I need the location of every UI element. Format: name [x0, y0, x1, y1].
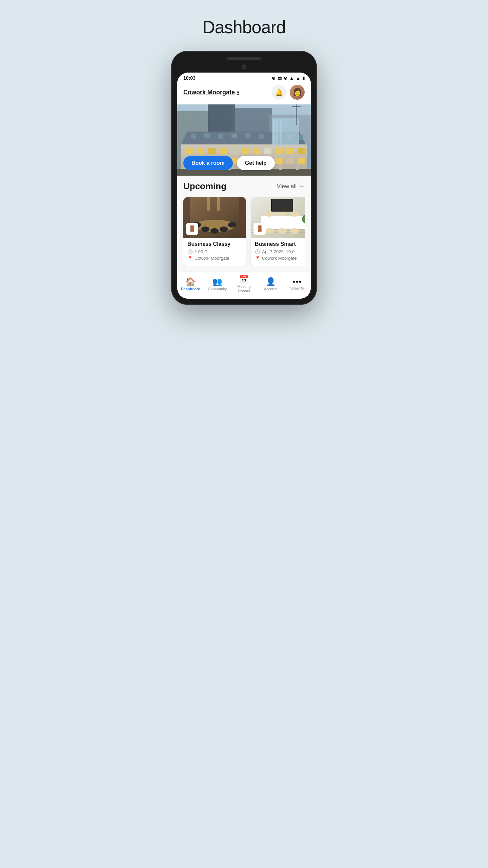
location-selector[interactable]: Cowork Moorgate ▾: [183, 89, 239, 96]
account-icon: 👤: [266, 278, 276, 286]
svg-rect-34: [259, 134, 264, 139]
more-icon: •••: [293, 278, 302, 285]
nav-dashboard-label: Dashboard: [181, 287, 200, 291]
card-2-body: Business Smart 🕐 Apr 7 2023, 10:0... 📍 C…: [251, 238, 305, 266]
card-1-location-text: Cowork Moorgate: [195, 256, 229, 261]
page-title: Dashboard: [202, 17, 285, 37]
svg-rect-44: [279, 164, 282, 170]
view-all-button[interactable]: View all →: [277, 183, 305, 190]
upcoming-title: Upcoming: [183, 181, 226, 192]
status-bar: 10:03 ⊕ ▤ ⊘ ▲ ▲ ▮: [177, 73, 311, 82]
svg-rect-32: [231, 134, 237, 138]
svg-rect-27: [286, 158, 294, 164]
card-1-time-text: 1:00 P...: [195, 249, 210, 254]
svg-rect-9: [208, 148, 216, 154]
avatar[interactable]: 👩: [290, 85, 305, 100]
card-1-time: 🕐 1:00 P...: [187, 249, 242, 254]
card-2-name: Business Smart: [255, 241, 305, 247]
booking-cards-row: 🚪 Business Classy 🕐 1:00 P... 📍 Cowork M…: [183, 197, 305, 266]
home-icon: 🏠: [185, 278, 196, 286]
svg-point-57: [201, 226, 209, 232]
bell-icon: 🔔: [275, 88, 283, 96]
nav-show-all[interactable]: ••• Show All: [284, 278, 311, 291]
booking-card-2[interactable]: 🚪 Business Smart 🕐 Apr 7 2023, 10:0... 📍…: [251, 197, 305, 266]
card-2-badge: 🚪: [253, 223, 266, 235]
location-name-text: Cowork Moorgate: [183, 89, 235, 96]
status-icon-1: ⊕: [272, 76, 276, 81]
get-help-button[interactable]: Get help: [237, 156, 275, 170]
svg-rect-67: [261, 216, 305, 229]
svg-rect-54: [207, 197, 210, 211]
pin-icon-2: 📍: [255, 256, 260, 261]
calendar-icon: 📅: [239, 275, 249, 283]
card-2-location: 📍 Cowork Moorgate: [255, 256, 305, 261]
app-header: Cowork Moorgate ▾ 🔔 👩: [177, 82, 311, 104]
svg-rect-13: [253, 148, 260, 154]
upcoming-section-header: Upcoming View all →: [183, 181, 305, 192]
signal-icon: ▲: [296, 76, 300, 81]
main-content: Upcoming View all →: [177, 176, 311, 272]
svg-rect-30: [204, 133, 210, 138]
hero-section: Book a room Get help: [177, 104, 311, 176]
svg-rect-45: [296, 164, 299, 170]
nav-show-all-label: Show All: [290, 286, 304, 291]
svg-rect-8: [197, 148, 204, 154]
view-all-label: View all: [277, 183, 297, 190]
svg-rect-14: [264, 148, 271, 154]
svg-point-58: [210, 228, 219, 234]
nav-community-label: Community: [208, 287, 227, 291]
svg-rect-55: [217, 197, 220, 211]
card-1-body: Business Classy 🕐 1:00 P... 📍 Cowork Moo…: [183, 238, 246, 266]
svg-rect-26: [275, 158, 283, 164]
card-2-location-text: Cowork Moorgate: [262, 256, 297, 261]
card-2-time: 🕐 Apr 7 2023, 10:0...: [255, 249, 305, 254]
nav-meeting-rooms-label: Meeting Rooms: [237, 284, 250, 293]
avatar-image: 👩: [293, 88, 302, 97]
status-icons: ⊕ ▤ ⊘ ▲ ▲ ▮: [272, 76, 305, 81]
battery-icon: ▮: [302, 76, 305, 81]
phone-screen: 10:03 ⊕ ▤ ⊘ ▲ ▲ ▮ Cowork Moorgate ▾ 🔔: [177, 73, 311, 299]
svg-rect-15: [275, 148, 283, 154]
phone-speaker: [227, 57, 261, 60]
svg-rect-33: [245, 133, 250, 138]
svg-rect-47: [273, 119, 275, 145]
svg-rect-31: [218, 134, 223, 139]
svg-rect-48: [276, 119, 278, 145]
svg-rect-16: [286, 148, 294, 154]
status-icon-2: ▤: [278, 76, 282, 81]
svg-rect-29: [191, 134, 196, 139]
wifi-icon: ▲: [289, 76, 294, 81]
card-1-image: 🚪: [183, 197, 246, 238]
nav-meeting-rooms[interactable]: 📅 Meeting Rooms: [231, 275, 258, 293]
door-icon-1: 🚪: [188, 225, 196, 233]
card-1-location: 📍 Cowork Moorgate: [187, 256, 242, 261]
nav-dashboard[interactable]: 🏠 Dashboard: [177, 278, 204, 291]
nav-account[interactable]: 👤 Account: [257, 278, 284, 291]
community-icon: 👥: [212, 278, 222, 286]
chevron-down-icon: ▾: [237, 90, 239, 95]
svg-point-71: [265, 228, 274, 234]
svg-point-68: [265, 211, 274, 217]
book-room-button[interactable]: Book a room: [183, 156, 233, 170]
svg-point-70: [290, 211, 299, 217]
notification-button[interactable]: 🔔: [271, 85, 286, 100]
svg-rect-11: [230, 148, 238, 154]
arrow-right-icon: →: [299, 183, 305, 190]
svg-point-73: [290, 228, 299, 234]
status-time: 10:03: [183, 75, 196, 81]
svg-point-72: [277, 228, 287, 234]
booking-card-1[interactable]: 🚪 Business Classy 🕐 1:00 P... 📍 Cowork M…: [183, 197, 246, 266]
bottom-nav: 🏠 Dashboard 👥 Community 📅 Meeting Rooms …: [177, 272, 311, 299]
svg-rect-7: [186, 148, 193, 154]
svg-rect-51: [292, 106, 301, 107]
nav-community[interactable]: 👥 Community: [204, 278, 231, 291]
svg-rect-10: [219, 148, 227, 154]
hero-buttons: Book a room Get help: [183, 156, 275, 170]
phone-frame: 10:03 ⊕ ▤ ⊘ ▲ ▲ ▮ Cowork Moorgate ▾ 🔔: [171, 51, 317, 305]
card-2-time-text: Apr 7 2023, 10:0...: [262, 249, 298, 254]
card-1-name: Business Classy: [187, 241, 242, 247]
svg-point-60: [228, 222, 236, 228]
svg-rect-62: [239, 197, 246, 238]
door-icon-2: 🚪: [256, 225, 263, 233]
card-1-badge: 🚪: [186, 223, 198, 235]
